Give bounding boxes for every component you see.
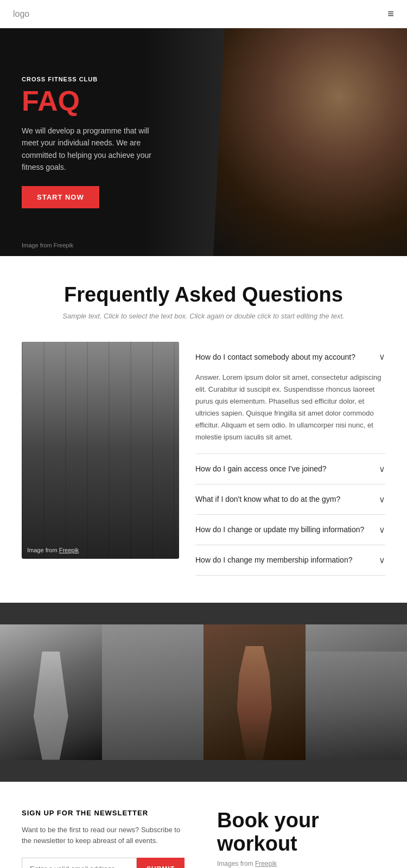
faq-chevron-1-icon: ∨ xyxy=(379,352,385,362)
faq-item-2: How do I gain access once I've joined? ∨ xyxy=(195,454,385,484)
hero-description: We will develop a programme that will me… xyxy=(22,125,152,174)
faq-chevron-4-icon: ∨ xyxy=(379,525,385,535)
faq-question-2[interactable]: How do I gain access once I've joined? ∨ xyxy=(195,454,385,484)
book-credit-link[interactable]: Freepik xyxy=(255,860,277,867)
faq-item-4: How do I change or update my billing inf… xyxy=(195,515,385,545)
gallery-image-3 xyxy=(204,624,306,760)
faq-image-credit: Image from Freepik xyxy=(27,547,79,553)
book-section: Book your workout Images from Freepik 📞 … xyxy=(217,809,385,868)
gallery-img-inner-3 xyxy=(204,624,306,760)
faq-question-3-text: What if I don't know what to do at the g… xyxy=(195,495,340,503)
newsletter-submit-button[interactable]: SUBMIT xyxy=(137,858,185,868)
hero-image-credit: Image from Freepik xyxy=(22,242,73,248)
faq-question-2-text: How do I gain access once I've joined? xyxy=(195,464,327,473)
gallery-img-inner-4 xyxy=(306,624,408,760)
newsletter-title: Sign Up For The Newsletter xyxy=(22,809,185,817)
faq-question-3[interactable]: What if I don't know what to do at the g… xyxy=(195,484,385,514)
faq-body: Image from Freepik How do I contact some… xyxy=(22,342,385,576)
start-now-button[interactable]: START NOW xyxy=(22,186,99,208)
gallery-section xyxy=(0,603,407,782)
gallery-image-2 xyxy=(102,624,204,760)
faq-item-1: How do I contact somebody about my accou… xyxy=(195,342,385,454)
faq-question-4-text: How do I change or update my billing inf… xyxy=(195,525,364,534)
newsletter-section: Sign Up For The Newsletter Want to be th… xyxy=(22,809,185,868)
faq-subtitle: Sample text. Click to select the text bo… xyxy=(22,312,385,320)
faq-question-1[interactable]: How do I contact somebody about my accou… xyxy=(195,342,385,372)
logo: logo xyxy=(13,9,29,19)
book-credit-prefix: Images from xyxy=(217,860,253,867)
hamburger-icon[interactable]: ≡ xyxy=(387,8,394,20)
faq-answer-1: Answer. Lorem ipsum dolor sit amet, cons… xyxy=(195,372,385,454)
faq-question-1-text: How do I contact somebody about my accou… xyxy=(195,353,355,361)
faq-questions-list: How do I contact somebody about my accou… xyxy=(195,342,385,576)
gallery-img-inner-1 xyxy=(0,624,102,760)
newsletter-description: Want to be the first to read our news? S… xyxy=(22,825,185,847)
book-title: Book your workout xyxy=(217,809,385,856)
faq-item-3: What if I don't know what to do at the g… xyxy=(195,484,385,515)
faq-main-title: Frequently Asked Questions xyxy=(22,283,385,307)
hero-section: Cross Fitness Club FAQ We will develop a… xyxy=(0,28,407,256)
gallery-image-1 xyxy=(0,624,102,760)
faq-chevron-3-icon: ∨ xyxy=(379,494,385,505)
hero-title: FAQ xyxy=(22,87,152,115)
faq-chevron-5-icon: ∨ xyxy=(379,555,385,565)
faq-question-4[interactable]: How do I change or update my billing inf… xyxy=(195,515,385,545)
faq-chevron-2-icon: ∨ xyxy=(379,464,385,474)
faq-item-5: How do I change my membership informatio… xyxy=(195,545,385,576)
book-image-credit: Images from Freepik xyxy=(217,860,385,867)
faq-question-5[interactable]: How do I change my membership informatio… xyxy=(195,545,385,575)
newsletter-email-input[interactable] xyxy=(22,858,137,868)
hero-content: Cross Fitness Club FAQ We will develop a… xyxy=(0,54,174,231)
faq-section: Frequently Asked Questions Sample text. … xyxy=(0,256,407,603)
newsletter-form: SUBMIT xyxy=(22,858,185,868)
navbar: logo ≡ xyxy=(0,0,407,28)
faq-gym-image: Image from Freepik xyxy=(22,342,179,559)
hero-subtitle: Cross Fitness Club xyxy=(22,76,152,82)
gallery-img-inner-2 xyxy=(102,624,204,760)
faq-question-5-text: How do I change my membership informatio… xyxy=(195,556,352,564)
faq-image-inner xyxy=(22,342,179,559)
bottom-section: Sign Up For The Newsletter Want to be th… xyxy=(0,782,407,868)
gallery-image-4 xyxy=(306,624,408,760)
